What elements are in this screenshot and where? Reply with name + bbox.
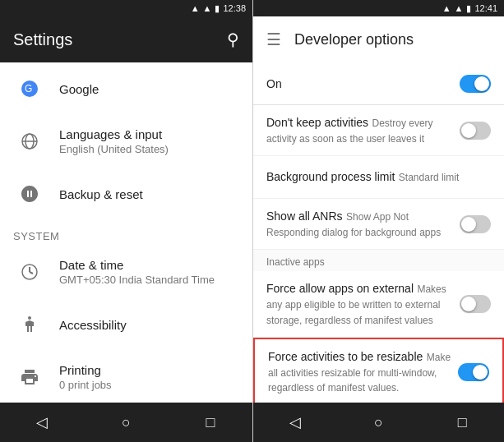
right-time: 12:41 <box>474 3 497 13</box>
right-home-button[interactable]: ○ <box>354 403 403 442</box>
languages-title: Languages & input <box>59 127 169 141</box>
settings-item-printing[interactable]: Printing 0 print jobs <box>0 351 252 403</box>
backup-title: Backup & reset <box>59 187 143 201</box>
keep-activities-row[interactable]: Don't keep activities Destroy every acti… <box>253 105 504 156</box>
back-button[interactable]: ◁ <box>17 403 67 442</box>
developer-options-list: On Don't keep activities Destroy every a… <box>253 62 504 403</box>
toggle-thumb <box>461 217 476 232</box>
backup-icon <box>13 177 46 210</box>
settings-item-google[interactable]: G Google <box>0 62 252 115</box>
left-wifi-icon: ▲ <box>203 3 212 13</box>
force-external-row[interactable]: Force allow apps on external Makes any a… <box>253 271 504 338</box>
right-header: ☰ Developer options <box>253 16 504 62</box>
developer-on-toggle-row[interactable]: On <box>253 62 504 105</box>
right-nav-bar: ◁ ○ □ <box>253 403 504 442</box>
toggle-thumb <box>473 365 488 380</box>
datetime-title: Date & time <box>59 258 215 272</box>
force-resizable-row[interactable]: Force activities to be resizable Make al… <box>253 338 504 403</box>
left-battery-icon: ▮ <box>215 3 220 14</box>
toggle-thumb <box>474 76 489 91</box>
system-section-header: System <box>0 220 252 246</box>
left-panel: ▲ ▲ ▮ 12:38 Settings ⚲ G Google Language… <box>0 0 252 442</box>
left-header: Settings ⚲ <box>0 16 252 62</box>
right-battery-icon: ▮ <box>466 3 471 14</box>
svg-point-8 <box>28 316 31 320</box>
language-icon <box>13 125 46 158</box>
right-header-title: Developer options <box>294 31 414 48</box>
bg-process-subtitle: Standard limit <box>399 172 459 183</box>
datetime-subtitle: GMT+05:30 India Standard Time <box>59 274 215 286</box>
show-anrs-title: Show all ANRs <box>266 209 343 223</box>
right-recent-button[interactable]: □ <box>437 403 487 442</box>
show-anrs-row[interactable]: Show all ANRs Show App Not Responding di… <box>253 199 504 250</box>
keep-activities-title: Don't keep activities <box>266 116 368 129</box>
bg-process-title: Background process limit <box>266 170 395 183</box>
right-back-button[interactable]: ◁ <box>270 403 320 442</box>
settings-item-backup[interactable]: Backup & reset <box>0 168 252 220</box>
languages-subtitle: English (United States) <box>59 143 169 155</box>
force-resizable-toggle[interactable] <box>458 363 489 381</box>
developer-on-toggle[interactable] <box>460 75 491 93</box>
settings-item-accessibility[interactable]: Accessibility <box>0 298 252 351</box>
left-status-bar: ▲ ▲ ▮ 12:38 <box>0 0 252 16</box>
left-nav-bar: ◁ ○ □ <box>0 403 252 442</box>
left-signal-icon: ▲ <box>191 3 200 13</box>
right-panel: ▲ ▲ ▮ 12:41 ☰ Developer options On Don't… <box>252 0 504 442</box>
keep-activities-toggle[interactable] <box>460 122 491 140</box>
right-signal-icon: ▲ <box>442 3 451 13</box>
left-header-title: Settings <box>13 30 72 49</box>
right-wifi-icon: ▲ <box>455 3 464 13</box>
bg-process-row[interactable]: Background process limit Standard limit <box>253 156 504 199</box>
svg-line-7 <box>30 272 33 274</box>
accessibility-icon <box>13 308 46 341</box>
svg-text:G: G <box>25 83 32 94</box>
force-external-title: Force allow apps on external <box>266 282 414 295</box>
show-anrs-toggle[interactable] <box>460 215 491 233</box>
recent-button[interactable]: □ <box>186 403 235 442</box>
settings-item-languages[interactable]: Languages & input English (United States… <box>0 115 252 168</box>
inactive-apps-label: Inactive apps <box>253 250 504 271</box>
accessibility-title: Accessibility <box>59 318 127 332</box>
print-icon <box>13 361 46 394</box>
toggle-thumb <box>461 297 476 311</box>
toggle-thumb <box>461 123 476 138</box>
on-label: On <box>266 77 282 90</box>
right-status-bar: ▲ ▲ ▮ 12:41 <box>253 0 504 16</box>
menu-icon[interactable]: ☰ <box>266 30 281 49</box>
home-button[interactable]: ○ <box>101 403 150 442</box>
google-icon: G <box>13 72 46 105</box>
printing-subtitle: 0 print jobs <box>59 379 112 391</box>
search-icon[interactable]: ⚲ <box>227 30 239 49</box>
settings-item-datetime[interactable]: Date & time GMT+05:30 India Standard Tim… <box>0 246 252 298</box>
left-settings-list: G Google Languages & input English (Unit… <box>0 62 252 403</box>
printing-title: Printing <box>59 363 112 377</box>
force-external-toggle[interactable] <box>460 295 491 313</box>
left-time: 12:38 <box>223 3 246 13</box>
google-title: Google <box>59 82 99 96</box>
clock-icon <box>13 256 46 288</box>
force-resizable-title: Force activities to be resizable <box>268 350 423 363</box>
